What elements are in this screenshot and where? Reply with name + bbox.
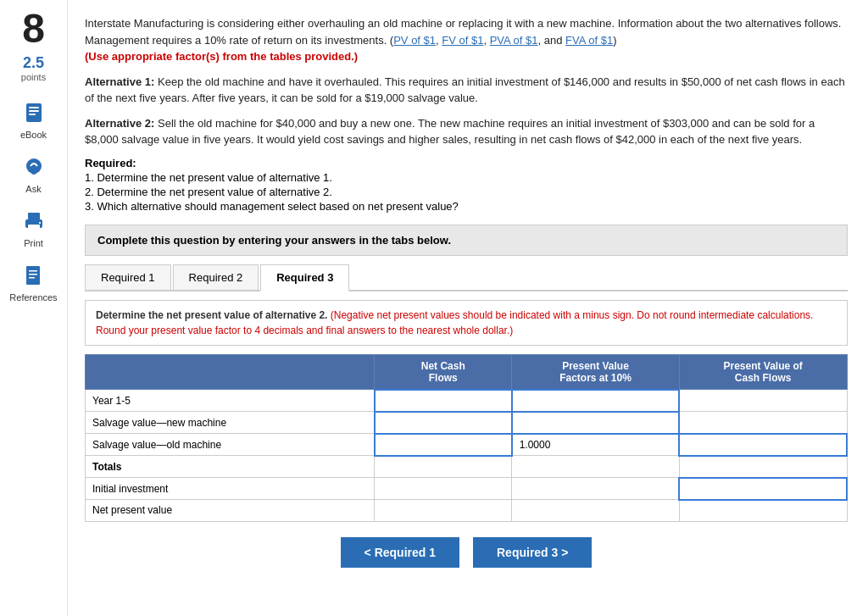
problem-intro: Interstate Manufacturing is considering … [85,15,848,65]
main-content: Interstate Manufacturing is considering … [68,0,868,616]
alt2-text: Alternative 2: Sell the old machine for … [85,115,848,148]
input-pv-cash-year1-5[interactable] [679,390,847,412]
svg-point-5 [31,169,36,175]
pv-cash-totals-input[interactable] [680,457,847,477]
ask-label: Ask [25,184,41,194]
table-row-totals: Totals [86,456,848,478]
net-cash-initial-input[interactable] [375,479,511,499]
input-net-cash-npv[interactable] [375,500,512,522]
svg-rect-10 [26,266,40,285]
input-net-cash-salvage-old[interactable] [375,434,512,456]
complete-box: Complete this question by entering your … [85,225,848,256]
pva-link[interactable]: PVA of $1 [490,34,538,47]
alt1-body: Keep the old machine and have it overhau… [85,75,845,105]
svg-rect-0 [26,103,42,122]
svg-rect-11 [29,270,37,272]
nav-buttons: < Required 1 Required 3 > [85,537,848,568]
pv-factor-npv-empty [512,500,680,522]
pv-cash-initial-input[interactable] [680,479,846,499]
sidebar-item-ebook[interactable]: eBook [19,97,49,140]
required-label: Required: [85,157,848,169]
sidebar-item-ask[interactable]: Ask [19,152,49,194]
print-icon [19,206,49,236]
row-label-salvage-new: Salvage value—new machine [86,412,375,434]
alt1-text: Alternative 1: Keep the old machine and … [85,74,848,107]
col-header-net-cash: Net CashFlows [375,354,512,390]
svg-rect-12 [29,274,37,275]
row-label-salvage-old: Salvage value—old machine [86,434,375,456]
svg-rect-3 [29,114,36,115]
row-label-totals: Totals [86,456,375,478]
col-header-label [86,354,375,390]
required-item-2: 2. Determine the net present value of al… [85,186,848,198]
table-row-salvage-new: Salvage value—new machine [86,412,848,434]
input-pv-factor-year1-5[interactable] [512,390,680,412]
svg-rect-2 [29,110,39,112]
alt2-block: Alternative 2: Sell the old machine for … [85,115,848,148]
alt1-block: Alternative 1: Keep the old machine and … [85,74,848,107]
fva-link[interactable]: FVA of $1 [565,34,613,47]
pv-cash-year1-5-input[interactable] [680,391,846,411]
input-net-cash-initial[interactable] [375,478,512,500]
pv-factor-salvage-new-input[interactable] [513,413,679,433]
row-label-year1-5: Year 1-5 [86,390,375,412]
tab-required-1[interactable]: Required 1 [85,264,171,290]
row-label-npv: Net present value [86,500,375,522]
pv-factor-totals-empty [512,456,680,478]
complete-box-text: Complete this question by entering your … [97,234,451,247]
net-cash-year1-5-input[interactable] [376,391,511,411]
table-row-year1-5: Year 1-5 [86,390,848,412]
svg-rect-9 [39,222,41,224]
table-row-initial: Initial investment [86,478,848,500]
svg-rect-1 [29,107,39,108]
input-net-cash-year1-5[interactable] [375,390,512,412]
pv-factor-initial-empty [512,478,680,500]
references-label: References [9,292,57,302]
input-pv-cash-npv[interactable] [679,500,847,522]
pv-factor-year1-5-input[interactable] [513,391,679,411]
required-item-3: 3. Which alternative should management s… [85,200,848,213]
input-pv-cash-salvage-old[interactable] [679,434,847,456]
svg-rect-8 [28,225,40,230]
col-header-pv-factors: Present ValueFactors at 10% [512,354,680,390]
instructions-title: Determine the net present value of alter… [96,309,327,321]
required-item-1: 1. Determine the net present value of al… [85,171,848,184]
net-cash-npv-input[interactable] [375,500,511,520]
input-net-cash-totals[interactable] [375,456,512,478]
sidebar: 8 2.5 points eBook Ask [0,0,68,616]
use-factors-text: (Use appropriate factor(s) from the tabl… [85,50,358,63]
sidebar-item-references[interactable]: References [9,260,57,302]
input-pv-cash-initial[interactable] [679,478,847,500]
references-icon [18,260,48,291]
alt2-body: Sell the old machine for $40,000 and buy… [85,117,815,147]
back-button[interactable]: < Required 1 [341,537,459,568]
pv-cash-salvage-new-input[interactable] [680,412,846,432]
npv-table: Net CashFlows Present ValueFactors at 10… [85,354,848,522]
net-cash-salvage-old-input[interactable] [376,435,511,455]
fv-link[interactable]: FV of $1 [442,34,483,47]
input-pv-factor-salvage-new[interactable] [512,412,680,434]
problem-number: 8 [22,8,45,49]
pv-link[interactable]: PV of $1 [393,34,436,47]
table-row-salvage-old: Salvage value—old machine 1.0000 [86,434,848,456]
table-row-npv: Net present value [86,500,848,522]
ebook-icon [19,97,49,128]
sidebar-item-print[interactable]: Print [19,206,49,248]
input-net-cash-salvage-new[interactable] [375,412,512,434]
input-pv-factor-salvage-old-display: 1.0000 [512,434,680,456]
ask-icon [19,152,49,182]
input-pv-cash-totals[interactable] [679,456,847,478]
tab-required-2[interactable]: Required 2 [173,264,259,290]
net-cash-totals-input[interactable] [375,457,511,477]
pv-cash-salvage-old-input[interactable] [680,435,846,455]
input-pv-cash-salvage-new[interactable] [679,412,847,434]
instructions-box: Determine the net present value of alter… [85,300,848,346]
col-header-pv-cash: Present Value ofCash Flows [679,354,847,390]
pv-cash-npv-input[interactable] [680,501,847,521]
forward-button[interactable]: Required 3 > [473,537,592,568]
ebook-label: eBook [20,130,47,140]
tab-required-3[interactable]: Required 3 [260,264,349,291]
net-cash-salvage-new-input[interactable] [376,413,511,433]
alt2-label: Alternative 2: [85,117,154,130]
row-label-initial: Initial investment [86,478,375,500]
